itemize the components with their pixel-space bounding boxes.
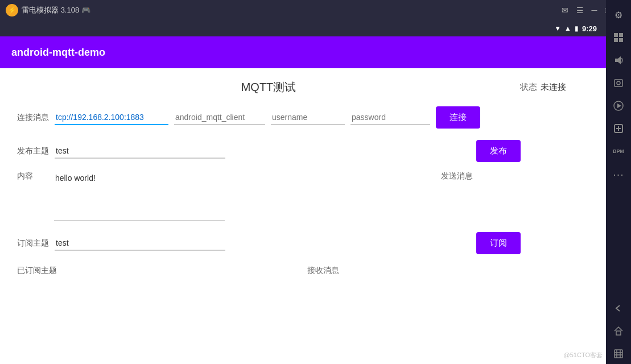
svg-rect-5 [614,80,622,86]
signal-icon: ▲ [564,24,571,32]
page-title: MQTT测试 [185,80,353,95]
content-area: hello world! [54,171,319,221]
content-label: 内容 [17,171,48,181]
wifi-icon: ▼ [554,24,561,32]
subscribe-topic-label: 订阅主题 [17,238,49,249]
publish-button[interactable]: 发布 [476,140,521,162]
right-sidebar: ⚙ BPM ··· [606,0,631,364]
home-button[interactable] [608,321,629,341]
svg-rect-3 [619,38,623,42]
app-title: android-mqtt-demo [11,47,105,59]
url-input[interactable] [55,110,168,125]
connection-label: 连接消息 [17,113,49,123]
send-msg-label: 发送消息 [441,171,473,181]
title-bar: ⚡ 雷电模拟器 3.108 🎮 ✉ ☰ ─ □ ✕ [0,0,631,20]
volume-button[interactable] [608,50,629,71]
menu-icon[interactable]: ☰ [576,6,584,15]
main-content: MQTT测试 状态 未连接 连接消息 连接 发布主题 发布 内容 hello w… [0,68,606,364]
status-label: 状态 [520,82,537,93]
play-button[interactable] [608,96,629,116]
svg-point-6 [617,81,620,85]
svg-rect-1 [619,33,623,37]
send-section: 发送消息 [324,171,589,181]
mqtt-title-row: MQTT测试 状态 未连接 [17,80,589,95]
content-row: 内容 hello world! 发送消息 [17,171,589,221]
svg-rect-12 [616,331,621,335]
bpm-button[interactable]: BPM [608,141,629,162]
status-value: 未连接 [541,82,566,93]
svg-marker-8 [617,104,621,108]
svg-rect-2 [614,38,618,42]
subscribed-label: 已订阅主题 [17,266,57,276]
hello-world-text: hello world! [54,171,319,185]
publish-topic-label: 发布主题 [17,146,49,156]
gear-button[interactable]: ⚙ [608,5,629,25]
app-header: android-mqtt-demo [0,36,631,68]
email-icon[interactable]: ✉ [562,6,568,15]
receive-section: 接收消息 [57,266,589,276]
back-button[interactable] [608,298,629,318]
watermark: @51CTO客套 [564,351,603,359]
status-icons: ▼ ▲ ▮ 9:29 [554,24,597,33]
subscribe-topic-input[interactable] [55,236,225,251]
content-input[interactable] [54,206,225,221]
battery-icon: ▮ [575,24,579,32]
minimize-icon[interactable]: ─ [592,6,597,15]
more-button[interactable]: ··· [608,164,629,184]
svg-marker-4 [615,56,621,64]
capture-button[interactable] [608,73,629,93]
status-bar: ▼ ▲ ▮ 9:29 [0,20,631,36]
title-bar-app-name: 雷电模拟器 3.108 🎮 [22,5,562,15]
password-input[interactable] [350,110,430,125]
status-section: 状态 未连接 [520,82,566,93]
subscribed-row: 已订阅主题 接收消息 [17,266,589,276]
client-id-input[interactable] [174,110,265,125]
connection-row: 连接消息 连接 [17,106,589,129]
connect-button[interactable]: 连接 [436,106,480,129]
publish-row: 发布主题 发布 [17,140,589,162]
publish-topic-input[interactable] [55,144,225,159]
subscribe-row: 订阅主题 订阅 [17,232,589,254]
username-input[interactable] [271,110,345,125]
apps-list-button[interactable] [608,344,629,364]
add-button[interactable] [608,118,629,139]
subscribe-button[interactable]: 订阅 [476,232,521,254]
grid-button[interactable] [608,27,629,48]
receive-msg-label: 接收消息 [307,266,339,276]
svg-rect-0 [614,33,618,37]
svg-rect-13 [614,350,622,358]
app-logo: ⚡ [6,4,18,16]
status-time: 9:29 [582,24,597,33]
